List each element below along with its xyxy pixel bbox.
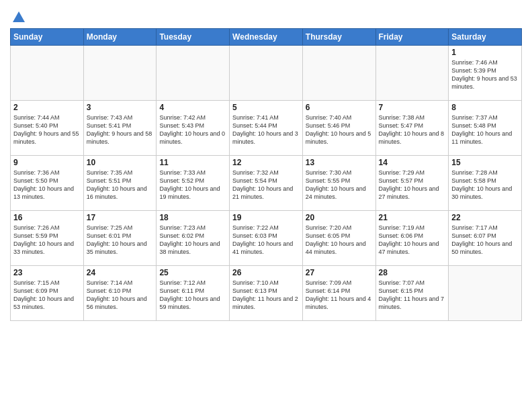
calendar-cell: 23Sunrise: 7:15 AM Sunset: 6:09 PM Dayli… xyxy=(11,266,84,321)
calendar-cell: 1Sunrise: 7:46 AM Sunset: 5:39 PM Daylig… xyxy=(449,46,522,101)
page-container: SundayMondayTuesdayWednesdayThursdayFrid… xyxy=(0,0,532,328)
day-number: 15 xyxy=(451,158,519,167)
calendar-cell: 26Sunrise: 7:10 AM Sunset: 6:13 PM Dayli… xyxy=(230,266,303,321)
calendar-cell: 21Sunrise: 7:19 AM Sunset: 6:06 PM Dayli… xyxy=(375,211,449,266)
day-number: 17 xyxy=(87,213,154,222)
calendar-cell xyxy=(83,46,157,101)
day-info: Sunrise: 7:46 AM Sunset: 5:39 PM Dayligh… xyxy=(451,58,519,91)
calendar-cell: 14Sunrise: 7:29 AM Sunset: 5:57 PM Dayli… xyxy=(375,156,449,211)
day-number: 8 xyxy=(451,103,519,112)
day-info: Sunrise: 7:10 AM Sunset: 6:13 PM Dayligh… xyxy=(232,279,300,312)
logo-icon xyxy=(11,10,26,25)
day-number: 12 xyxy=(232,158,300,167)
day-number: 16 xyxy=(13,213,81,222)
day-info: Sunrise: 7:33 AM Sunset: 5:52 PM Dayligh… xyxy=(159,169,226,201)
day-info: Sunrise: 7:36 AM Sunset: 5:50 PM Dayligh… xyxy=(13,169,81,201)
calendar-week-2: 2Sunrise: 7:44 AM Sunset: 5:40 PM Daylig… xyxy=(11,101,522,156)
day-info: Sunrise: 7:42 AM Sunset: 5:43 PM Dayligh… xyxy=(159,113,226,146)
day-number: 21 xyxy=(379,213,446,222)
calendar-cell: 7Sunrise: 7:38 AM Sunset: 5:47 PM Daylig… xyxy=(375,101,449,156)
calendar-week-4: 16Sunrise: 7:26 AM Sunset: 5:59 PM Dayli… xyxy=(11,211,522,266)
calendar-cell: 24Sunrise: 7:14 AM Sunset: 6:10 PM Dayli… xyxy=(83,266,157,321)
day-number: 10 xyxy=(87,158,154,167)
svg-marker-0 xyxy=(13,11,25,22)
day-info: Sunrise: 7:17 AM Sunset: 6:07 PM Dayligh… xyxy=(451,224,519,257)
weekday-header-monday: Monday xyxy=(83,29,157,46)
weekday-header-saturday: Saturday xyxy=(449,29,522,46)
day-number: 3 xyxy=(87,103,154,112)
day-number: 22 xyxy=(451,213,519,222)
calendar-cell: 9Sunrise: 7:36 AM Sunset: 5:50 PM Daylig… xyxy=(11,156,84,211)
day-number: 20 xyxy=(306,213,373,222)
day-info: Sunrise: 7:44 AM Sunset: 5:40 PM Dayligh… xyxy=(13,113,81,146)
calendar-cell: 20Sunrise: 7:20 AM Sunset: 6:05 PM Dayli… xyxy=(302,211,375,266)
calendar-cell: 22Sunrise: 7:17 AM Sunset: 6:07 PM Dayli… xyxy=(449,211,522,266)
calendar-cell: 11Sunrise: 7:33 AM Sunset: 5:52 PM Dayli… xyxy=(157,156,230,211)
calendar-cell: 12Sunrise: 7:32 AM Sunset: 5:54 PM Dayli… xyxy=(230,156,303,211)
calendar-cell xyxy=(449,266,522,321)
calendar-cell: 4Sunrise: 7:42 AM Sunset: 5:43 PM Daylig… xyxy=(157,101,230,156)
day-info: Sunrise: 7:15 AM Sunset: 6:09 PM Dayligh… xyxy=(13,279,81,312)
day-number: 2 xyxy=(13,103,81,112)
calendar-cell: 6Sunrise: 7:40 AM Sunset: 5:46 PM Daylig… xyxy=(302,101,375,156)
page-header xyxy=(10,7,522,23)
day-info: Sunrise: 7:32 AM Sunset: 5:54 PM Dayligh… xyxy=(232,169,300,201)
day-info: Sunrise: 7:41 AM Sunset: 5:44 PM Dayligh… xyxy=(232,113,300,146)
day-info: Sunrise: 7:23 AM Sunset: 6:02 PM Dayligh… xyxy=(159,224,226,257)
day-info: Sunrise: 7:35 AM Sunset: 5:51 PM Dayligh… xyxy=(87,169,154,201)
weekday-header-friday: Friday xyxy=(375,29,449,46)
day-number: 11 xyxy=(159,158,226,167)
calendar-week-5: 23Sunrise: 7:15 AM Sunset: 6:09 PM Dayli… xyxy=(11,266,522,321)
calendar-cell: 18Sunrise: 7:23 AM Sunset: 6:02 PM Dayli… xyxy=(157,211,230,266)
day-info: Sunrise: 7:37 AM Sunset: 5:48 PM Dayligh… xyxy=(451,113,519,146)
weekday-header-wednesday: Wednesday xyxy=(230,29,303,46)
calendar-cell: 15Sunrise: 7:28 AM Sunset: 5:58 PM Dayli… xyxy=(449,156,522,211)
day-number: 19 xyxy=(232,213,300,222)
weekday-header-sunday: Sunday xyxy=(11,29,84,46)
day-number: 28 xyxy=(379,268,446,277)
day-number: 18 xyxy=(159,213,226,222)
calendar-cell: 8Sunrise: 7:37 AM Sunset: 5:48 PM Daylig… xyxy=(449,101,522,156)
day-number: 6 xyxy=(306,103,373,112)
day-info: Sunrise: 7:38 AM Sunset: 5:47 PM Dayligh… xyxy=(379,113,446,146)
day-number: 25 xyxy=(159,268,226,277)
calendar-week-3: 9Sunrise: 7:36 AM Sunset: 5:50 PM Daylig… xyxy=(11,156,522,211)
day-number: 7 xyxy=(379,103,446,112)
calendar-cell xyxy=(230,46,303,101)
day-info: Sunrise: 7:20 AM Sunset: 6:05 PM Dayligh… xyxy=(306,224,373,257)
day-info: Sunrise: 7:28 AM Sunset: 5:58 PM Dayligh… xyxy=(451,169,519,201)
calendar-cell: 3Sunrise: 7:43 AM Sunset: 5:41 PM Daylig… xyxy=(83,101,157,156)
weekday-header-row: SundayMondayTuesdayWednesdayThursdayFrid… xyxy=(11,29,522,46)
day-info: Sunrise: 7:29 AM Sunset: 5:57 PM Dayligh… xyxy=(379,169,446,201)
calendar-cell: 10Sunrise: 7:35 AM Sunset: 5:51 PM Dayli… xyxy=(83,156,157,211)
day-info: Sunrise: 7:26 AM Sunset: 5:59 PM Dayligh… xyxy=(13,224,81,257)
day-number: 23 xyxy=(13,268,81,277)
day-number: 1 xyxy=(451,48,519,57)
calendar-cell: 28Sunrise: 7:07 AM Sunset: 6:15 PM Dayli… xyxy=(375,266,449,321)
day-info: Sunrise: 7:40 AM Sunset: 5:46 PM Dayligh… xyxy=(306,113,373,146)
calendar-cell: 27Sunrise: 7:09 AM Sunset: 6:14 PM Dayli… xyxy=(302,266,375,321)
calendar-cell: 5Sunrise: 7:41 AM Sunset: 5:44 PM Daylig… xyxy=(230,101,303,156)
calendar-cell: 13Sunrise: 7:30 AM Sunset: 5:55 PM Dayli… xyxy=(302,156,375,211)
day-info: Sunrise: 7:12 AM Sunset: 6:11 PM Dayligh… xyxy=(159,279,226,312)
day-number: 4 xyxy=(159,103,226,112)
weekday-header-tuesday: Tuesday xyxy=(157,29,230,46)
weekday-header-thursday: Thursday xyxy=(302,29,375,46)
day-number: 14 xyxy=(379,158,446,167)
day-info: Sunrise: 7:30 AM Sunset: 5:55 PM Dayligh… xyxy=(306,169,373,201)
calendar-table: SundayMondayTuesdayWednesdayThursdayFrid… xyxy=(10,28,522,321)
day-info: Sunrise: 7:09 AM Sunset: 6:14 PM Dayligh… xyxy=(306,279,373,312)
day-info: Sunrise: 7:22 AM Sunset: 6:03 PM Dayligh… xyxy=(232,224,300,257)
day-info: Sunrise: 7:14 AM Sunset: 6:10 PM Dayligh… xyxy=(87,279,154,312)
calendar-cell: 19Sunrise: 7:22 AM Sunset: 6:03 PM Dayli… xyxy=(230,211,303,266)
day-info: Sunrise: 7:19 AM Sunset: 6:06 PM Dayligh… xyxy=(379,224,446,257)
calendar-cell: 16Sunrise: 7:26 AM Sunset: 5:59 PM Dayli… xyxy=(11,211,84,266)
day-number: 13 xyxy=(306,158,373,167)
calendar-cell: 17Sunrise: 7:25 AM Sunset: 6:01 PM Dayli… xyxy=(83,211,157,266)
calendar-cell: 2Sunrise: 7:44 AM Sunset: 5:40 PM Daylig… xyxy=(11,101,84,156)
calendar-cell: 25Sunrise: 7:12 AM Sunset: 6:11 PM Dayli… xyxy=(157,266,230,321)
day-number: 9 xyxy=(13,158,81,167)
logo xyxy=(10,10,26,23)
calendar-cell xyxy=(302,46,375,101)
day-number: 5 xyxy=(232,103,300,112)
